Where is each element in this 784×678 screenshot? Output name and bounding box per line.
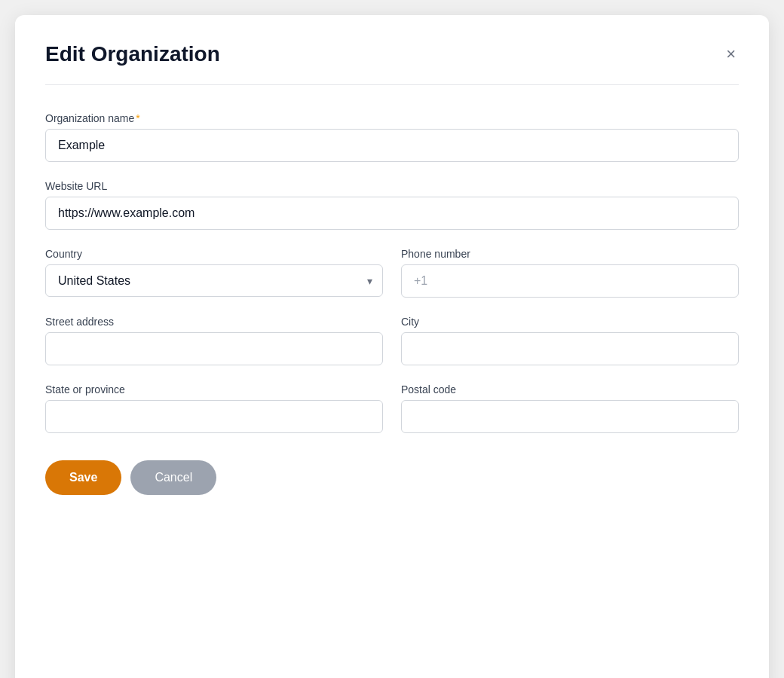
modal-title: Edit Organization [45,42,220,66]
address-city-row: Street address City [45,316,739,365]
street-group: Street address [45,316,383,365]
form-actions: Save Cancel [45,460,739,495]
city-input[interactable] [401,332,739,365]
state-group: State or province [45,383,383,433]
form-body: Organization name* Website URL Country U… [45,106,739,495]
phone-group: Phone number [401,248,739,298]
country-label: Country [45,248,383,260]
postal-label: Postal code [401,383,739,396]
country-select-wrapper: United States Canada United Kingdom Aust… [45,264,383,297]
country-phone-row: Country United States Canada United King… [45,248,739,298]
city-group: City [401,316,739,365]
org-name-input[interactable] [45,129,739,162]
street-label: Street address [45,316,383,328]
org-name-label: Organization name* [45,112,739,124]
phone-label: Phone number [401,248,739,260]
edit-organization-modal: Edit Organization × Organization name* W… [15,15,769,678]
website-url-input[interactable] [45,197,739,230]
country-select[interactable]: United States Canada United Kingdom Aust… [45,264,383,297]
postal-group: Postal code [401,383,739,433]
state-postal-row: State or province Postal code [45,383,739,433]
required-star: * [136,112,139,124]
phone-input[interactable] [401,264,739,298]
postal-input[interactable] [401,400,739,433]
street-input[interactable] [45,332,383,365]
state-input[interactable] [45,400,383,433]
cancel-button[interactable]: Cancel [130,460,216,495]
country-group: Country United States Canada United King… [45,248,383,298]
city-label: City [401,316,739,328]
modal-header: Edit Organization × [45,42,739,85]
state-label: State or province [45,383,383,396]
website-url-group: Website URL [45,180,739,230]
save-button[interactable]: Save [45,460,121,495]
org-name-group: Organization name* [45,112,739,162]
close-button[interactable]: × [723,43,739,66]
website-url-label: Website URL [45,180,739,192]
